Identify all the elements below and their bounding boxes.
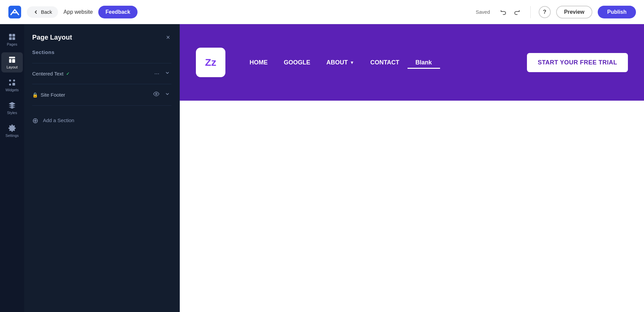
topbar-divider xyxy=(530,6,531,18)
website-preview: Zz HOME GOOGLE ABOUT ▼ CONTACT Blank STA… xyxy=(180,24,644,312)
svg-rect-5 xyxy=(9,57,15,58)
svg-point-9 xyxy=(13,80,15,82)
sidebar-pages-label: Pages xyxy=(7,42,17,46)
section-item-right: ··· xyxy=(153,69,171,78)
nav-link-blank[interactable]: Blank xyxy=(408,56,440,69)
divider-bottom xyxy=(32,105,171,106)
svg-rect-6 xyxy=(9,59,11,63)
sidebar-item-widgets[interactable]: Widgets xyxy=(1,75,23,95)
svg-rect-0 xyxy=(8,6,21,18)
footer-item-left: 🔒 Site Footer xyxy=(32,92,65,98)
panel-header: Page Layout × xyxy=(32,32,171,43)
feedback-button[interactable]: Feedback xyxy=(98,6,138,18)
preview-button[interactable]: Preview xyxy=(556,6,592,18)
sidebar-icons: Pages Layout Widgets xyxy=(0,24,24,312)
centered-text-menu-button[interactable]: ··· xyxy=(153,69,161,78)
svg-point-12 xyxy=(156,93,157,95)
sidebar-item-styles[interactable]: Styles xyxy=(1,98,23,118)
back-button[interactable]: Back xyxy=(27,6,58,18)
section-item-site-footer[interactable]: 🔒 Site Footer xyxy=(32,87,171,103)
sidebar-item-layout[interactable]: Layout xyxy=(1,52,23,72)
svg-rect-7 xyxy=(12,59,15,63)
svg-rect-4 xyxy=(12,37,15,40)
sections-label: Sections xyxy=(32,49,171,55)
panel-title: Page Layout xyxy=(32,34,72,41)
footer-expand-button[interactable] xyxy=(163,91,171,99)
main-area: Pages Layout Widgets xyxy=(0,24,644,312)
nav-link-home[interactable]: HOME xyxy=(241,56,276,69)
back-label: Back xyxy=(41,9,52,15)
site-logo: Zz xyxy=(196,48,225,77)
add-section-label: Add a Section xyxy=(43,117,74,123)
svg-rect-11 xyxy=(12,83,15,86)
svg-point-10 xyxy=(9,84,11,86)
page-layout-panel: Page Layout × Sections Centered Text ✓ ·… xyxy=(24,24,180,312)
undo-button[interactable] xyxy=(498,6,509,18)
sidebar-layout-label: Layout xyxy=(6,65,17,69)
divider-top xyxy=(32,63,171,63)
add-section-button[interactable]: ⊕ Add a Section xyxy=(32,111,171,129)
canvas-area: Zz HOME GOOGLE ABOUT ▼ CONTACT Blank STA… xyxy=(180,24,644,312)
redo-button[interactable] xyxy=(511,6,522,18)
topbar: Back App website Feedback Saved ? Previe… xyxy=(0,0,644,24)
section-item-centered-text[interactable]: Centered Text ✓ ··· xyxy=(32,66,171,81)
footer-visibility-button[interactable] xyxy=(152,90,161,99)
centered-text-name: Centered Text xyxy=(32,71,63,76)
panel-close-button[interactable]: × xyxy=(165,32,171,43)
footer-lock-icon: 🔒 xyxy=(32,92,38,98)
nav-link-google[interactable]: GOOGLE xyxy=(276,56,318,69)
site-name: App website xyxy=(63,9,93,15)
footer-name: Site Footer xyxy=(41,92,65,98)
site-nav: Zz HOME GOOGLE ABOUT ▼ CONTACT Blank STA… xyxy=(180,24,644,101)
sidebar-item-pages[interactable]: Pages xyxy=(1,30,23,50)
sidebar-settings-label: Settings xyxy=(5,134,19,138)
sidebar-item-settings[interactable]: Settings xyxy=(1,121,23,141)
app-logo xyxy=(8,5,21,19)
nav-link-contact[interactable]: CONTACT xyxy=(362,56,408,69)
undo-redo-group xyxy=(498,6,522,18)
site-nav-links: HOME GOOGLE ABOUT ▼ CONTACT Blank xyxy=(241,56,519,69)
centered-text-check: ✓ xyxy=(66,71,70,76)
site-content xyxy=(180,101,644,312)
saved-status: Saved xyxy=(476,9,490,15)
divider-middle xyxy=(32,84,171,84)
add-section-icon: ⊕ xyxy=(32,116,40,124)
section-item-left: Centered Text ✓ xyxy=(32,71,70,76)
svg-rect-2 xyxy=(12,34,15,37)
svg-rect-1 xyxy=(9,34,12,37)
svg-point-8 xyxy=(9,80,11,82)
publish-button[interactable]: Publish xyxy=(598,6,636,18)
svg-rect-3 xyxy=(9,37,12,40)
sidebar-styles-label: Styles xyxy=(7,111,17,115)
nav-link-about[interactable]: ABOUT ▼ xyxy=(318,56,362,69)
site-logo-text: Zz xyxy=(205,57,216,68)
centered-text-expand-button[interactable] xyxy=(163,69,171,78)
help-button[interactable]: ? xyxy=(539,6,551,18)
about-dropdown-arrow: ▼ xyxy=(350,60,354,65)
footer-item-right xyxy=(152,90,171,99)
site-cta-button[interactable]: START YOUR FREE TRIAL xyxy=(527,53,628,72)
sidebar-widgets-label: Widgets xyxy=(5,88,19,92)
